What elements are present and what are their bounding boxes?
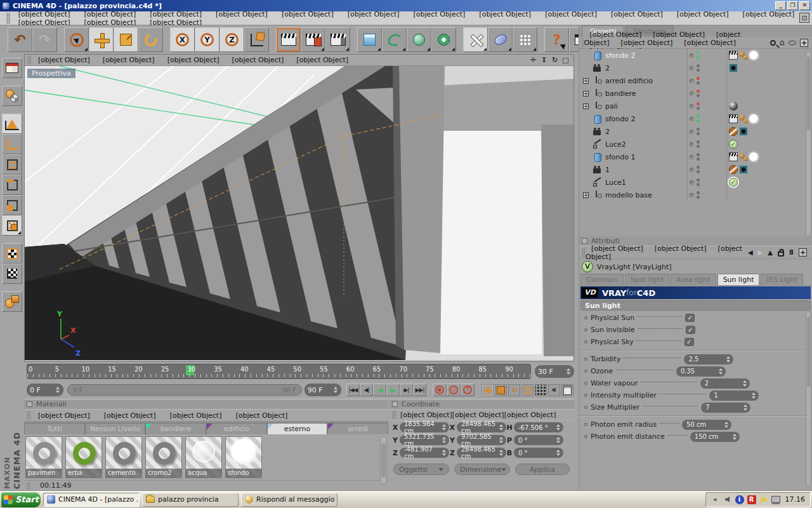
rotation-field[interactable]: 0 ° bbox=[514, 448, 563, 458]
visibility-dot-icon[interactable] bbox=[697, 51, 700, 55]
add-ffd-icon[interactable] bbox=[463, 27, 488, 52]
stepper-icon[interactable] bbox=[334, 387, 338, 393]
object-row[interactable]: + arredi edificio bbox=[579, 74, 812, 87]
goto-end-button[interactable]: ▶▶| bbox=[413, 384, 426, 396]
position-field[interactable]: 5321.735 cm bbox=[400, 435, 449, 445]
materials-menu-item[interactable]: [object Object] bbox=[228, 411, 294, 420]
drag-grip[interactable] bbox=[27, 56, 32, 65]
expand-icon[interactable]: + bbox=[583, 91, 589, 97]
render-dot-icon[interactable] bbox=[697, 107, 700, 110]
key-pla-icon[interactable] bbox=[535, 384, 547, 396]
menu-item[interactable]: [object Object] bbox=[407, 9, 473, 20]
render-dot-icon[interactable] bbox=[697, 81, 700, 84]
checkbox[interactable] bbox=[686, 326, 695, 334]
keyframe-dot-icon[interactable] bbox=[584, 340, 587, 344]
render-dot-icon[interactable] bbox=[697, 196, 700, 199]
value-field[interactable]: 0.35 bbox=[676, 366, 726, 377]
visibility-dot-icon[interactable] bbox=[697, 115, 700, 118]
keyframe-dot-icon[interactable] bbox=[584, 316, 587, 319]
size-field[interactable]: 28498.465 cm bbox=[457, 448, 506, 458]
viewport-menu-item[interactable]: [object Object] bbox=[290, 55, 355, 65]
expand-icon[interactable]: + bbox=[583, 78, 589, 84]
link-icon[interactable]: 8 bbox=[789, 249, 794, 256]
object-label[interactable]: sfondo 2 bbox=[605, 51, 687, 60]
layer-dot-icon[interactable] bbox=[690, 155, 694, 159]
stepper-icon[interactable] bbox=[752, 392, 756, 399]
materials-scrollbar[interactable] bbox=[380, 436, 387, 485]
spheres-tag-icon[interactable] bbox=[739, 152, 748, 161]
render-dot-icon[interactable] bbox=[697, 157, 700, 161]
size-field[interactable]: 9702.585 cm bbox=[457, 435, 506, 445]
layer-dot-icon[interactable] bbox=[690, 180, 694, 185]
menu-item[interactable]: [object Object] bbox=[604, 9, 670, 20]
coord-size-dropdown[interactable]: Dimensione bbox=[454, 464, 510, 475]
history-back-icon[interactable]: ◀ bbox=[748, 249, 753, 256]
keyframe-dot-icon[interactable] bbox=[584, 435, 587, 438]
render-dot-icon[interactable] bbox=[697, 94, 700, 97]
attributes-scrollbar[interactable] bbox=[806, 311, 811, 486]
visibility-dot-icon[interactable] bbox=[697, 90, 700, 93]
noentry-tag-icon[interactable] bbox=[729, 127, 738, 136]
lock-icon[interactable] bbox=[778, 251, 784, 257]
messenger-icon[interactable]: i bbox=[735, 495, 744, 504]
model-mode-icon[interactable] bbox=[2, 114, 22, 134]
antivirus-icon[interactable]: R bbox=[747, 495, 756, 504]
visibility-dot-icon[interactable] bbox=[697, 128, 700, 131]
menu-item[interactable]: [object Object] bbox=[538, 9, 604, 20]
layer-tab[interactable]: Nessun Livello bbox=[85, 423, 146, 434]
coord-mode-dropdown[interactable]: Oggetto bbox=[393, 464, 449, 475]
record-options-button[interactable]: ? bbox=[461, 384, 475, 396]
visibility-dot-icon[interactable] bbox=[697, 178, 700, 182]
layer-tab[interactable]: esterno bbox=[267, 423, 328, 434]
start-button[interactable]: Start bbox=[1, 492, 41, 507]
lens-tag-icon[interactable] bbox=[729, 64, 738, 72]
attribute-tab[interactable]: Sun light bbox=[717, 274, 760, 285]
current-frame-field[interactable]: 30 F bbox=[535, 365, 574, 378]
scene-objects-icon[interactable] bbox=[2, 291, 22, 312]
next-frame-button[interactable]: ▶| bbox=[400, 384, 413, 396]
sunlight-section-header[interactable]: Sun light bbox=[580, 300, 811, 311]
timeline-ruler[interactable]: 051015202530354045505560657075808590 bbox=[27, 364, 531, 379]
range-start-field[interactable]: 0 F bbox=[27, 384, 63, 396]
object-label[interactable]: 1 bbox=[605, 166, 687, 174]
drag-grip[interactable] bbox=[6, 13, 10, 23]
add-object-icon[interactable]: + bbox=[800, 39, 808, 47]
value-field[interactable]: 2.5 bbox=[684, 354, 733, 364]
add-cube-icon[interactable] bbox=[357, 27, 382, 52]
menu-item[interactable]: [object Object] bbox=[341, 9, 407, 20]
eye-icon[interactable] bbox=[789, 41, 796, 45]
viewport-view-label[interactable]: Prospettiva bbox=[27, 69, 75, 78]
materials-menu-item[interactable]: [object Object] bbox=[97, 411, 163, 420]
white-tag-icon[interactable] bbox=[749, 114, 758, 123]
visibility-dot-icon[interactable] bbox=[697, 77, 700, 80]
sound-icon[interactable] bbox=[548, 384, 560, 396]
value-field[interactable]: 7 bbox=[701, 403, 750, 413]
layer-tab[interactable]: arredi bbox=[327, 423, 388, 434]
add-hypernurbs-icon[interactable] bbox=[407, 27, 431, 52]
edges-mode-icon[interactable] bbox=[2, 175, 22, 195]
stepper-icon[interactable] bbox=[719, 368, 723, 375]
object-axis-mode-icon[interactable] bbox=[2, 134, 22, 154]
chrome-tag-icon[interactable] bbox=[729, 102, 738, 110]
make-editable-icon[interactable] bbox=[2, 86, 22, 106]
task-cinema4d[interactable]: CINEMA 4D - [palazzo ... bbox=[43, 493, 140, 507]
home-icon[interactable]: ⌂ bbox=[780, 39, 785, 46]
keyframe-dot-icon[interactable] bbox=[584, 394, 587, 397]
stepper-icon[interactable] bbox=[499, 424, 504, 431]
key-position-icon[interactable] bbox=[481, 384, 494, 396]
object-label[interactable]: bandiere bbox=[605, 90, 687, 98]
viewport-rotate-icon[interactable]: ↻ bbox=[549, 55, 560, 65]
render-dot-icon[interactable] bbox=[697, 56, 700, 59]
spheres-tag-icon[interactable] bbox=[739, 114, 748, 123]
viewport-maximize-icon[interactable]: □ bbox=[560, 55, 571, 65]
apply-button[interactable]: Applica bbox=[515, 464, 570, 475]
object-row[interactable]: + Luce1 bbox=[579, 176, 812, 189]
layer-dot-icon[interactable] bbox=[690, 66, 694, 70]
keyframe-dot-icon[interactable] bbox=[584, 358, 587, 361]
keyframe-dot-icon[interactable] bbox=[584, 328, 587, 331]
position-field[interactable]: 1835.984 cm bbox=[400, 422, 449, 432]
object-label[interactable]: arredi edificio bbox=[605, 77, 687, 85]
rotation-field[interactable]: -67.506 ° bbox=[514, 422, 563, 432]
panel-collapse-icon[interactable] bbox=[27, 401, 32, 407]
render-dot-icon[interactable] bbox=[697, 132, 700, 135]
